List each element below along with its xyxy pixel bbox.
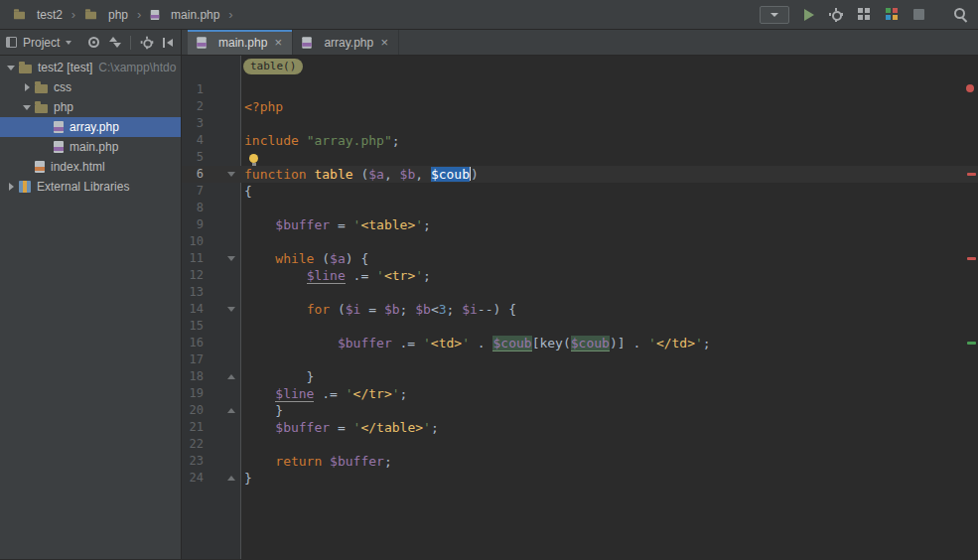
code-text[interactable]	[241, 284, 978, 301]
gutter-cell[interactable]: 9	[182, 216, 241, 233]
code-line-9[interactable]: 9 $buffer = '<table>';	[182, 216, 978, 233]
tree-item-root[interactable]: test2 [test] C:\xampp\htdo	[0, 58, 181, 77]
code-text[interactable]	[241, 318, 978, 335]
tree-item-main-php[interactable]: main.php	[0, 137, 181, 157]
gutter-cell[interactable]: 23	[182, 453, 241, 470]
code-text[interactable]: {	[241, 183, 978, 200]
code-text[interactable]: $line .= '<tr>';	[241, 267, 978, 284]
stripe-mark-error[interactable]	[967, 257, 976, 260]
code-line-22[interactable]: 22	[182, 436, 978, 453]
code-line-12[interactable]: 12 $line .= '<tr>';	[182, 267, 978, 284]
gutter-cell[interactable]: 16	[182, 335, 241, 351]
code-line-8[interactable]: 8	[182, 200, 978, 216]
search-icon[interactable]	[953, 7, 968, 22]
close-icon[interactable]	[273, 35, 283, 50]
gutter-cell[interactable]: 3	[182, 115, 241, 132]
code-line-17[interactable]: 17	[182, 351, 978, 368]
code-text[interactable]: return $buffer;	[241, 453, 978, 470]
gutter-cell[interactable]: 6	[182, 166, 241, 183]
breadcrumb-item-test2[interactable]: test2	[10, 6, 66, 24]
chevron-expanded-icon[interactable]	[20, 97, 35, 117]
breadcrumb-item-main-php[interactable]: main.php	[147, 6, 222, 24]
stripe-mark-error[interactable]	[967, 173, 976, 176]
gutter-cell[interactable]: 11	[182, 250, 241, 267]
locate-icon[interactable]	[87, 36, 100, 49]
panel-title[interactable]: Project	[23, 36, 60, 50]
chevron-collapsed-icon[interactable]	[20, 77, 35, 97]
gutter-cell[interactable]: 4	[182, 132, 241, 149]
breadcrumb-context-pill[interactable]: table()	[243, 59, 303, 74]
code-text[interactable]	[241, 115, 978, 132]
code-text[interactable]: }	[241, 470, 978, 487]
code-line-14[interactable]: 14 for ($i = $b; $b<3; $i--) {	[182, 301, 978, 318]
code-text[interactable]: $line .= '</tr>';	[241, 385, 978, 402]
gutter-cell[interactable]: 8	[182, 200, 241, 216]
code-text[interactable]: include "array.php";	[241, 132, 978, 149]
fold-start-icon[interactable]	[227, 305, 236, 314]
code-text[interactable]: }	[241, 368, 978, 385]
gutter-cell[interactable]: 22	[182, 436, 241, 453]
gutter-cell[interactable]: 10	[182, 233, 241, 250]
tree-item-external-libraries[interactable]: External Libraries	[0, 177, 181, 197]
settings-gear-icon[interactable]	[829, 8, 843, 22]
gutter-cell[interactable]: 14	[182, 301, 241, 318]
gutter-cell[interactable]: 7	[182, 183, 241, 200]
code-line-15[interactable]: 15	[182, 318, 978, 335]
fold-start-icon[interactable]	[227, 254, 236, 263]
code-text[interactable]: while ($a) {	[241, 250, 978, 267]
tree-item-css[interactable]: css	[0, 77, 181, 97]
code-line-13[interactable]: 13	[182, 284, 978, 301]
sort-icon[interactable]	[109, 36, 121, 49]
code-line-24[interactable]: 24}	[182, 470, 978, 487]
code-line-6[interactable]: 6function table ($a, $b, $coub)	[182, 166, 978, 183]
code-text[interactable]: <?php	[241, 98, 978, 115]
code-line-1[interactable]: 1	[182, 81, 978, 98]
gutter-cell[interactable]: 15	[182, 318, 241, 335]
code-line-11[interactable]: 11 while ($a) {	[182, 250, 978, 267]
stop-button[interactable]	[913, 9, 924, 20]
breadcrumb-item-php[interactable]: php	[81, 6, 131, 24]
gutter-cell[interactable]: 18	[182, 368, 241, 385]
gutter-cell[interactable]: 12	[182, 267, 241, 284]
plugin-colored-icon[interactable]	[886, 8, 899, 21]
code-text[interactable]: function table ($a, $b, $coub)	[241, 166, 978, 183]
code-line-10[interactable]: 10	[182, 233, 978, 250]
tree-item-index-html[interactable]: index.html	[0, 157, 181, 177]
code-text[interactable]: $buffer = '</table>';	[241, 419, 978, 436]
code-line-21[interactable]: 21 $buffer = '</table>';	[182, 419, 978, 436]
code-text[interactable]	[241, 233, 978, 250]
code-line-18[interactable]: 18 }	[182, 368, 978, 385]
code-editor[interactable]: table() 12<?php34include "array.php";56f…	[182, 56, 978, 559]
grid-icon[interactable]	[858, 8, 871, 21]
code-line-4[interactable]: 4include "array.php";	[182, 132, 978, 149]
fold-end-icon[interactable]	[227, 372, 236, 381]
code-line-20[interactable]: 20 }	[182, 402, 978, 419]
code-text[interactable]	[241, 149, 978, 166]
code-text[interactable]	[241, 200, 978, 216]
chevron-expanded-icon[interactable]	[4, 58, 19, 77]
code-line-2[interactable]: 2<?php	[182, 98, 978, 115]
close-icon[interactable]	[379, 35, 389, 50]
fold-start-icon[interactable]	[227, 170, 236, 179]
tab-array-php[interactable]: array.php	[293, 30, 399, 55]
fold-end-icon[interactable]	[227, 474, 236, 483]
gutter-cell[interactable]: 21	[182, 419, 241, 436]
hide-panel-icon[interactable]	[163, 37, 175, 49]
code-text[interactable]: $buffer .= '<td>' . $coub[key($coub)] . …	[241, 335, 978, 351]
code-line-23[interactable]: 23 return $buffer;	[182, 453, 978, 470]
code-text[interactable]	[241, 351, 978, 368]
tab-main-php[interactable]: main.php	[188, 30, 293, 55]
tree-item-array-php[interactable]: array.php	[0, 117, 181, 137]
code-line-3[interactable]: 3	[182, 115, 978, 132]
code-text[interactable]	[241, 81, 978, 98]
chevron-down-icon[interactable]	[66, 41, 71, 45]
gutter-cell[interactable]: 1	[182, 81, 241, 98]
run-config-dropdown[interactable]	[760, 6, 789, 24]
stripe-mark-ok[interactable]	[967, 342, 976, 345]
gutter-cell[interactable]: 20	[182, 402, 241, 419]
gutter-cell[interactable]: 2	[182, 98, 241, 115]
code-line-7[interactable]: 7{	[182, 183, 978, 200]
code-line-16[interactable]: 16 $buffer .= '<td>' . $coub[key($coub)]…	[182, 335, 978, 351]
gutter-cell[interactable]: 13	[182, 284, 241, 301]
code-editor-lines[interactable]: 12<?php34include "array.php";56function …	[182, 81, 978, 487]
